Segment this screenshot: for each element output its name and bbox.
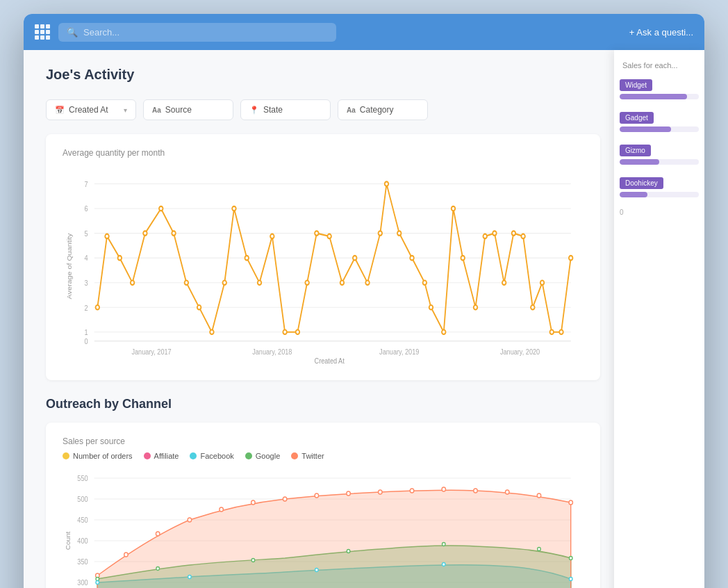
- svg-point-33: [232, 206, 235, 211]
- legend-label-orders: Number of orders: [73, 452, 133, 460]
- svg-point-45: [379, 231, 382, 235]
- bar-track-doohickey: [620, 192, 699, 197]
- svg-text:6: 6: [84, 205, 88, 213]
- svg-point-34: [245, 256, 249, 260]
- line-chart-svg: 7 6 5 4 3 2 1 0 January, 2017 January, 2…: [63, 169, 584, 364]
- svg-point-84: [283, 497, 286, 501]
- svg-text:500: 500: [77, 496, 88, 503]
- svg-point-82: [220, 507, 223, 512]
- svg-point-90: [474, 489, 477, 493]
- chart-legend: Number of orders Affiliate Facebook Goog…: [63, 452, 584, 460]
- svg-text:Average of Quantity: Average of Quantity: [66, 234, 73, 300]
- legend-label-facebook: Facebook: [200, 452, 233, 460]
- svg-point-60: [531, 305, 534, 309]
- browser-window: 🔍 + Ask a questi... Joe's Activity 📅 Cre…: [24, 14, 704, 588]
- svg-point-87: [379, 490, 382, 494]
- pin-icon: 📍: [249, 106, 259, 115]
- svg-point-101: [96, 581, 99, 585]
- bar-label-gadget: Gadget: [620, 112, 654, 124]
- svg-text:400: 400: [77, 537, 88, 545]
- bar-track-widget: [620, 94, 699, 99]
- area-chart-svg: 550 500 450 400 350 300 Count: [63, 471, 584, 588]
- svg-point-96: [251, 559, 255, 562]
- svg-text:2: 2: [84, 304, 88, 312]
- bar-row-gadget: Gadget: [620, 111, 699, 132]
- svg-point-47: [397, 231, 401, 235]
- filter-state[interactable]: 📍 State: [240, 99, 331, 120]
- svg-text:January, 2019: January, 2019: [379, 348, 420, 356]
- svg-point-46: [385, 181, 388, 186]
- svg-point-91: [506, 490, 509, 494]
- svg-point-89: [442, 487, 445, 491]
- svg-point-104: [442, 563, 445, 566]
- svg-point-36: [270, 234, 274, 238]
- svg-point-22: [96, 305, 99, 309]
- legend-item-facebook: Facebook: [190, 452, 233, 460]
- bar-label-doohickey: Doohickey: [620, 177, 663, 189]
- ask-question-button[interactable]: + Ask a questi...: [629, 27, 693, 38]
- top-nav: 🔍 + Ask a questi...: [24, 14, 704, 50]
- svg-point-41: [327, 234, 331, 238]
- app-logo[interactable]: [35, 24, 50, 40]
- filter-source[interactable]: Aa Source: [143, 99, 233, 120]
- svg-point-48: [410, 256, 413, 260]
- svg-point-52: [452, 206, 455, 211]
- svg-point-95: [156, 567, 160, 571]
- filter-category[interactable]: Aa Category: [338, 99, 428, 120]
- legend-label-google: Google: [256, 452, 280, 460]
- bar-fill-doohickey: [620, 192, 647, 197]
- bar-row-widget: Widget: [620, 78, 699, 99]
- svg-point-80: [156, 532, 159, 536]
- svg-point-39: [305, 280, 308, 284]
- svg-point-81: [188, 518, 191, 522]
- filter-created-at[interactable]: 📅 Created At ▾: [46, 99, 136, 120]
- svg-point-49: [423, 280, 427, 284]
- svg-point-56: [493, 231, 496, 235]
- svg-text:January, 2020: January, 2020: [500, 348, 540, 356]
- svg-point-42: [340, 280, 344, 284]
- svg-text:January, 2017: January, 2017: [131, 348, 172, 356]
- page-title: Joe's Activity: [46, 67, 600, 83]
- search-bar[interactable]: 🔍: [58, 23, 336, 42]
- svg-point-93: [569, 500, 572, 505]
- svg-point-26: [143, 231, 147, 235]
- search-input[interactable]: [83, 27, 328, 38]
- svg-point-40: [315, 231, 318, 235]
- svg-point-23: [105, 234, 108, 238]
- filters-row: 📅 Created At ▾ Aa Source 📍 State Aa Cate…: [46, 99, 600, 120]
- svg-point-37: [283, 330, 286, 334]
- bar-track-gadget: [620, 126, 699, 132]
- bar-label-gizmo: Gizmo: [620, 145, 651, 156]
- outreach-section-title: Outreach by Channel: [46, 397, 600, 411]
- svg-point-51: [442, 330, 445, 334]
- svg-point-28: [172, 231, 175, 235]
- svg-text:7: 7: [84, 180, 88, 188]
- svg-point-24: [118, 256, 122, 260]
- svg-text:300: 300: [77, 579, 88, 587]
- svg-text:Count: Count: [64, 531, 71, 550]
- line-chart-container: 7 6 5 4 3 2 1 0 January, 2017 January, 2…: [63, 169, 584, 366]
- right-panel-x-label: 0: [620, 209, 699, 216]
- svg-point-92: [537, 493, 540, 498]
- svg-point-86: [347, 491, 350, 496]
- legend-dot-twitter: [291, 452, 298, 459]
- bar-row-gizmo: Gizmo: [620, 143, 699, 165]
- svg-point-100: [569, 557, 572, 560]
- line-chart-card: Average quantity per month 7 6 5: [46, 134, 600, 380]
- legend-dot-affiliate: [144, 452, 151, 459]
- svg-point-105: [569, 578, 572, 581]
- svg-text:550: 550: [77, 475, 88, 482]
- outreach-chart-card: Sales per source Number of orders Affili…: [46, 423, 600, 588]
- svg-point-32: [222, 280, 226, 284]
- svg-point-44: [365, 280, 369, 284]
- svg-text:1: 1: [84, 328, 88, 336]
- text-icon-2: Aa: [347, 106, 356, 114]
- main-content: Joe's Activity 📅 Created At ▾ Aa Source …: [24, 50, 704, 588]
- legend-item-orders: Number of orders: [63, 452, 133, 460]
- svg-point-31: [210, 330, 213, 334]
- bar-fill-gadget: [620, 126, 671, 132]
- legend-item-google: Google: [245, 452, 280, 460]
- svg-point-83: [251, 500, 255, 505]
- bar-row-doohickey: Doohickey: [620, 176, 699, 197]
- bar-label-widget: Widget: [620, 79, 652, 91]
